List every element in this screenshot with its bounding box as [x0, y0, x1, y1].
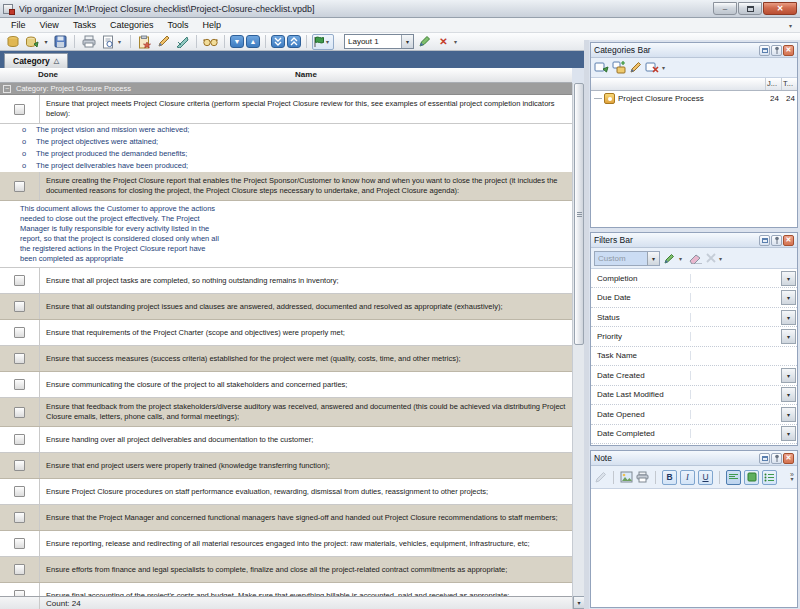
- task-checkbox[interactable]: [14, 460, 25, 471]
- close-button[interactable]: ✕: [763, 2, 797, 15]
- italic-button[interactable]: I: [680, 470, 695, 485]
- collapse-group-icon[interactable]: −: [3, 85, 11, 93]
- bullet-list-button[interactable]: [762, 470, 777, 485]
- print-preview-icon[interactable]: [99, 34, 116, 50]
- filters-pin-button[interactable]: [771, 235, 782, 246]
- view-tasks-icon[interactable]: [202, 34, 219, 50]
- note-close-button[interactable]: ✕: [783, 453, 794, 464]
- print-icon[interactable]: [80, 34, 97, 50]
- task-row[interactable]: Ensure communicating the closure of the …: [0, 372, 572, 398]
- filter-dropdown-icon[interactable]: ▾: [781, 426, 796, 441]
- filter-preset-dropdown-icon[interactable]: ▾: [647, 252, 659, 265]
- filter-dropdown-icon[interactable]: ▾: [781, 310, 796, 325]
- categories-close-button[interactable]: ✕: [783, 45, 794, 56]
- layout-combo[interactable]: Layout 1 ▾: [344, 34, 414, 49]
- task-row[interactable]: Ensure that end project users were prope…: [0, 453, 572, 479]
- group-by-category-tab[interactable]: Category △: [4, 53, 68, 68]
- layout-combo-dropdown-icon[interactable]: ▾: [401, 35, 413, 48]
- menu-view[interactable]: View: [33, 19, 66, 31]
- print-note-icon[interactable]: [636, 471, 649, 483]
- task-row[interactable]: Ensure final accounting of the project's…: [0, 583, 572, 596]
- task-row[interactable]: Ensure handing over all project delivera…: [0, 427, 572, 453]
- add-subcategory-icon[interactable]: [612, 61, 626, 74]
- task-checkbox[interactable]: [14, 486, 25, 497]
- menu-categories[interactable]: Categories: [103, 19, 161, 31]
- task-row[interactable]: Ensure that success measures (success cr…: [0, 346, 572, 372]
- task-checkbox[interactable]: [14, 434, 25, 445]
- new-database-icon[interactable]: [4, 34, 21, 50]
- clear-filter-icon[interactable]: [689, 253, 703, 264]
- add-category-icon[interactable]: [594, 61, 609, 74]
- menu-tasks[interactable]: Tasks: [66, 19, 103, 31]
- task-checkbox[interactable]: [14, 275, 25, 286]
- delete-category-icon[interactable]: [645, 61, 659, 74]
- apply-filter-dropdown-icon[interactable]: ▾: [679, 255, 686, 262]
- categories-col1-header[interactable]: J...: [765, 78, 781, 90]
- menubar-overflow-icon[interactable]: ▾: [789, 22, 796, 29]
- note-content[interactable]: [591, 489, 797, 601]
- task-checkbox[interactable]: [14, 327, 25, 338]
- filters-toolbar-overflow-icon[interactable]: ▾: [719, 255, 726, 262]
- filter-dropdown-icon[interactable]: ▾: [781, 290, 796, 305]
- column-header-name[interactable]: Name: [40, 70, 572, 79]
- underline-button[interactable]: U: [698, 470, 713, 485]
- task-row[interactable]: Ensure efforts from finance and legal sp…: [0, 557, 572, 583]
- edit-category-icon[interactable]: [629, 61, 642, 74]
- task-row[interactable]: Ensure creating the Project Closure repo…: [0, 172, 572, 201]
- filters-float-button[interactable]: [759, 235, 770, 246]
- open-database-icon[interactable]: [23, 34, 40, 50]
- task-row[interactable]: Ensure that requirements of the Project …: [0, 320, 572, 346]
- filter-dropdown-icon[interactable]: ▾: [781, 407, 796, 422]
- new-task-icon[interactable]: [136, 34, 153, 50]
- open-database-dropdown-icon[interactable]: ▾: [42, 38, 50, 45]
- filter-dropdown-icon[interactable]: ▾: [781, 271, 796, 286]
- category-group-row[interactable]: −Category: Project Closure Process: [0, 83, 572, 95]
- move-up-icon[interactable]: ▲: [246, 35, 260, 48]
- highlight-button[interactable]: [744, 470, 759, 485]
- collapse-all-icon[interactable]: [287, 35, 301, 48]
- filter-dropdown-icon[interactable]: ▾: [781, 387, 796, 402]
- customize-layout-icon[interactable]: [416, 34, 433, 50]
- bold-button[interactable]: B: [662, 470, 677, 485]
- categories-toolbar-overflow-icon[interactable]: ▾: [662, 64, 669, 71]
- layout-flag-dropdown-icon[interactable]: ▾: [326, 38, 333, 45]
- task-row[interactable]: Ensure that all outstanding project issu…: [0, 294, 572, 320]
- categories-float-button[interactable]: [759, 45, 770, 56]
- task-row[interactable]: Ensure reporting, release and redirectin…: [0, 531, 572, 557]
- task-checkbox[interactable]: [14, 181, 25, 192]
- note-pin-button[interactable]: [771, 453, 782, 464]
- task-row[interactable]: Ensure that feedback from the project st…: [0, 398, 572, 427]
- note-float-button[interactable]: [759, 453, 770, 464]
- delete-layout-icon[interactable]: ✕: [435, 34, 452, 50]
- complete-task-icon[interactable]: [174, 34, 191, 50]
- task-checkbox[interactable]: [14, 538, 25, 549]
- categories-col2-header[interactable]: T...: [781, 78, 797, 90]
- print-options-dropdown-icon[interactable]: ▾: [118, 38, 125, 45]
- filter-dropdown-icon[interactable]: ▾: [781, 329, 796, 344]
- maximize-button[interactable]: [738, 2, 762, 15]
- filters-close-button[interactable]: ✕: [783, 235, 794, 246]
- task-checkbox[interactable]: [14, 353, 25, 364]
- align-left-button[interactable]: [726, 470, 741, 485]
- expand-all-icon[interactable]: [271, 35, 285, 48]
- menu-help[interactable]: Help: [195, 19, 228, 31]
- grid-vertical-scrollbar[interactable]: ▾: [572, 83, 584, 609]
- task-checkbox[interactable]: [14, 512, 25, 523]
- task-checkbox[interactable]: [14, 407, 25, 418]
- edit-task-icon[interactable]: [155, 34, 172, 50]
- minimize-button[interactable]: –: [713, 2, 737, 15]
- category-list-item[interactable]: Project Closure Process2424: [591, 91, 797, 105]
- menu-tools[interactable]: Tools: [160, 19, 195, 31]
- layout-flag-button[interactable]: ▾: [312, 34, 334, 50]
- task-row[interactable]: Ensure Project Closure procedures on sta…: [0, 479, 572, 505]
- task-checkbox[interactable]: [14, 379, 25, 390]
- task-row[interactable]: Ensure that project meets Project Closur…: [0, 95, 572, 124]
- task-row[interactable]: Ensure that all project tasks are comple…: [0, 268, 572, 294]
- task-row[interactable]: Ensure that the Project Manager and conc…: [0, 505, 572, 531]
- scrollbar-thumb[interactable]: [574, 83, 584, 345]
- save-icon[interactable]: [52, 34, 69, 50]
- insert-picture-icon[interactable]: [620, 471, 633, 483]
- filter-preset-combo[interactable]: Custom ▾: [594, 251, 660, 266]
- edit-note-icon[interactable]: [594, 471, 607, 484]
- menu-file[interactable]: File: [4, 19, 33, 31]
